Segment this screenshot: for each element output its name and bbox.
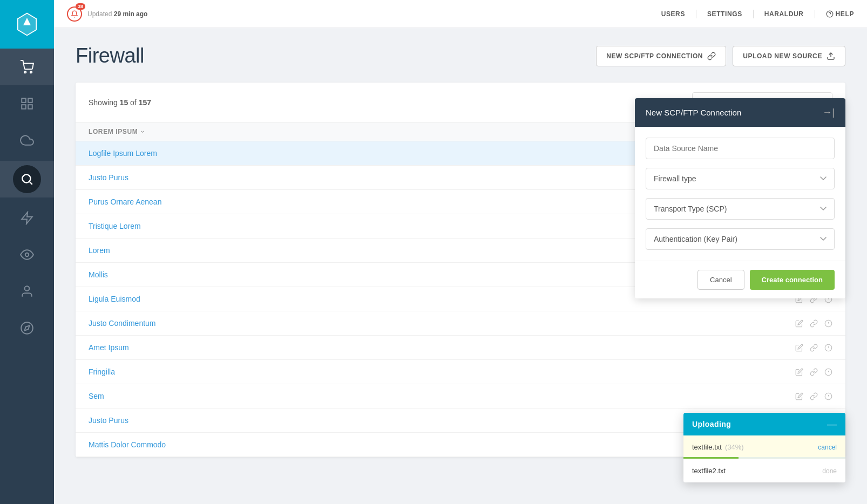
row-name: Justo Purus [89, 416, 768, 425]
sidebar-item-search[interactable] [0, 161, 54, 197]
row-name: Justo Condimentum [89, 319, 768, 328]
info-icon[interactable] [824, 368, 832, 376]
table-row[interactable]: Sem [76, 384, 845, 408]
edit-icon[interactable] [795, 319, 803, 328]
firewall-type-select[interactable]: Firewall type Option 1 Option 2 [646, 168, 835, 189]
upload-item-1-actions: cancel [818, 444, 837, 451]
row-name: Amet Ipsum [89, 343, 768, 352]
svg-line-7 [30, 182, 32, 185]
edit-icon[interactable] [795, 392, 803, 400]
info-icon[interactable] [824, 344, 832, 352]
upload-progress-bar-1 [683, 457, 739, 459]
topbar-divider-3 [815, 10, 815, 18]
side-panel-footer: Cancel Create connection [635, 261, 845, 298]
notification-count: 38 [76, 3, 85, 10]
upload-cancel-1-button[interactable]: cancel [818, 444, 837, 451]
side-panel: New SCP/FTP Connection →| Firewall type … [635, 98, 845, 298]
sidebar-logo[interactable] [0, 0, 54, 49]
create-connection-button[interactable]: Create connection [750, 270, 835, 290]
link-icon[interactable] [810, 319, 818, 328]
topbar: 38 Updated 29 min ago USERS SETTINGS HAR… [54, 0, 867, 28]
table-row[interactable]: Justo Condimentum [76, 311, 845, 336]
side-panel-close-button[interactable]: →| [822, 107, 835, 118]
sidebar-item-grid[interactable] [0, 85, 54, 122]
upload-title: Uploading [692, 420, 731, 428]
datasource-name-input[interactable] [646, 138, 835, 159]
topbar-users-link[interactable]: USERS [661, 10, 685, 18]
new-connection-button[interactable]: NEW SCP/FTP CONNECTION [596, 46, 726, 66]
upload-items: textfile.txt (34%) cancel textfile2.txt [683, 435, 845, 482]
info-icon[interactable] [824, 392, 832, 400]
link-icon[interactable] [810, 368, 818, 376]
info-icon[interactable] [824, 319, 832, 328]
authentication-select[interactable]: Authentication (Key Pair) Password [646, 228, 835, 250]
svg-point-6 [22, 174, 30, 182]
sidebar-item-person[interactable] [0, 273, 54, 310]
topbar-divider-2 [753, 10, 754, 18]
side-panel-header: New SCP/FTP Connection →| [635, 98, 845, 127]
table-row[interactable]: Amet Ipsum [76, 336, 845, 360]
page-area: Firewall NEW SCP/FTP CONNECTION UPLOAD N… [54, 28, 867, 504]
sort-icon [140, 129, 145, 134]
link-icon[interactable] [810, 344, 818, 352]
showing-text: Showing 15 of 157 [89, 98, 151, 107]
topbar-settings-link[interactable]: SETTINGS [707, 10, 742, 18]
upload-item-1: textfile.txt (34%) cancel [683, 435, 845, 459]
svg-rect-5 [28, 105, 32, 109]
cancel-button[interactable]: Cancel [697, 270, 744, 290]
sidebar-item-basket[interactable] [0, 49, 54, 85]
page-title: Firewall [76, 44, 144, 67]
page-header: Firewall NEW SCP/FTP CONNECTION UPLOAD N… [76, 44, 845, 67]
topbar-user-link[interactable]: HARALDUR [764, 10, 804, 18]
upload-header: Uploading — [683, 413, 845, 435]
svg-marker-12 [24, 325, 29, 330]
svg-point-11 [21, 322, 33, 334]
row-name: Fringilla [89, 367, 768, 376]
edit-icon[interactable] [795, 368, 803, 376]
link-icon [707, 52, 716, 60]
svg-rect-2 [22, 98, 26, 103]
main-wrapper: 38 Updated 29 min ago USERS SETTINGS HAR… [54, 0, 867, 504]
upload-item-2: textfile2.txt done [683, 459, 845, 482]
sidebar-item-eye[interactable] [0, 236, 54, 273]
upload-item-2-actions: done [822, 467, 837, 475]
svg-rect-3 [28, 98, 32, 103]
row-actions [768, 368, 832, 376]
row-name: Sem [89, 392, 768, 400]
notification-badge[interactable]: 38 [67, 6, 82, 22]
side-panel-title: New SCP/FTP Connection [646, 108, 741, 117]
row-actions [768, 344, 832, 352]
topbar-left: 38 Updated 29 min ago [67, 6, 147, 22]
table-row[interactable]: Fringilla [76, 360, 845, 384]
upload-filename-1: textfile.txt [692, 443, 722, 451]
svg-point-10 [25, 286, 30, 291]
upload-percent-1: (34%) [725, 443, 744, 451]
upload-source-button[interactable]: UPLOAD NEW SOURCE [733, 46, 845, 66]
upload-minimize-button[interactable]: — [827, 419, 837, 429]
svg-point-0 [24, 71, 26, 73]
svg-rect-4 [22, 105, 26, 109]
link-icon[interactable] [810, 392, 818, 400]
row-actions [768, 319, 832, 328]
svg-point-1 [30, 71, 32, 73]
topbar-right: USERS SETTINGS HARALDUR HELP [661, 10, 854, 18]
upload-item-2-info: textfile2.txt [692, 467, 726, 475]
edit-icon[interactable] [795, 344, 803, 352]
upload-panel: Uploading — textfile.txt (34%) cancel [683, 413, 845, 482]
sidebar-item-lightning[interactable] [0, 200, 54, 236]
sidebar-item-cloud[interactable] [0, 122, 54, 159]
transport-type-select[interactable]: Transport Type (SCP) FTP SFTP [646, 198, 835, 220]
sidebar [0, 0, 54, 504]
row-actions [768, 392, 832, 400]
updated-text: Updated 29 min ago [87, 10, 147, 18]
topbar-divider-1 [696, 10, 696, 18]
row-name: Mattis Dolor Commodo [89, 440, 768, 449]
upload-filename-2: textfile2.txt [692, 467, 726, 475]
topbar-help[interactable]: HELP [826, 10, 854, 18]
search-circle[interactable] [13, 165, 41, 193]
header-actions: NEW SCP/FTP CONNECTION UPLOAD NEW SOURCE [596, 46, 845, 66]
svg-point-9 [25, 253, 29, 257]
sidebar-item-compass[interactable] [0, 310, 54, 346]
notification-bell[interactable]: 38 [67, 6, 82, 22]
upload-done-2: done [822, 467, 837, 475]
